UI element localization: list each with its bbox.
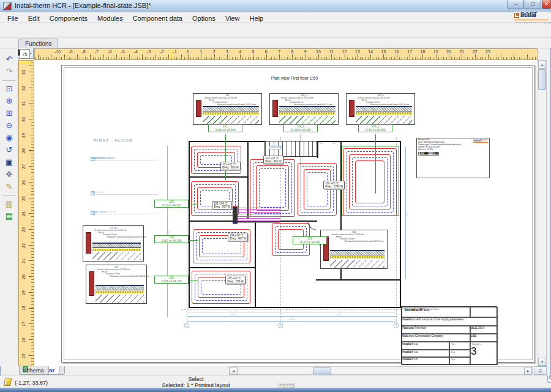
area-label-106[interactable]: 10616,27 m² VA 200 — [293, 236, 327, 244]
zoom-out-button[interactable]: ⊖ — [2, 120, 16, 131]
room-callout-101[interactable]: 101 +20 °CΦreq.: 800 W — [220, 162, 241, 170]
instalsoft-logo-small: instalSOFT — [473, 139, 488, 143]
ruler-number: 27 — [21, 164, 26, 169]
scroll-down-icon[interactable]: ▼ — [538, 358, 546, 366]
area-label-101[interactable]: 10112,80 m² VA 150 — [208, 124, 242, 132]
brand-bold: instal — [473, 139, 481, 142]
construction-detail-102-b[interactable]: 102_bScreed: cement screed var. 35 (70) … — [346, 93, 415, 125]
zoom-dynamic-button[interactable]: ⊞ — [2, 108, 16, 119]
minimize-button[interactable]: – — [508, 0, 524, 9]
title-bar[interactable]: Instal-therm HCR - [Example-final-state.… — [0, 0, 551, 12]
vertical-scrollbar[interactable]: ▲ ▼ — [538, 60, 547, 366]
ruler-number: 18 — [420, 50, 425, 54]
ruler-number: 16 — [21, 337, 26, 342]
ruler-number: 8 — [291, 50, 293, 54]
zoom-in-button[interactable]: ⊕ — [2, 96, 16, 107]
zoom-previous-button[interactable]: ↺ — [2, 145, 16, 156]
manifold-table[interactable]: Manifold 100Type: Manifold with flowmete… — [416, 138, 490, 178]
date-value: 18.11.2014 — [471, 326, 484, 330]
dimension-label: 6,78 — [230, 309, 236, 312]
scroll-right-icon[interactable]: ► — [524, 367, 532, 375]
label-leader-line — [225, 134, 226, 180]
drawing-canvas[interactable]: Plan view First floor 1:5010x17,5/281011… — [34, 60, 538, 366]
zoom-window-button[interactable]: ⊡ — [2, 83, 16, 94]
horizontal-scroll-thumb[interactable] — [313, 367, 331, 374]
area-label-105[interactable]: 10510,68 m² VA 150 — [154, 276, 189, 284]
full-screen-button[interactable]: ▣ — [2, 157, 16, 168]
scroll-left-icon[interactable]: ◄ — [230, 367, 238, 375]
layer-insulation — [92, 249, 141, 251]
redo-button[interactable]: ↷ — [2, 66, 16, 77]
dimension-label: 7,70 — [335, 309, 342, 312]
layer-labels: Screed: cement screed var. 35 (70) mmPE-… — [94, 230, 141, 241]
ruler-number: 21 — [459, 50, 464, 54]
layer-tab-bar: Heating✗SanFH loops drawingsConstruction… — [277, 375, 547, 383]
horizontal-ruler[interactable]: -10-9-8-7-6-5-4-3-2-10123456789101112131… — [34, 48, 538, 60]
ruler-number: -4 — [134, 50, 138, 54]
layer-labels: Screed: cement screed var. 35 (70) mmPE-… — [97, 269, 144, 280]
ruler-number: -2 — [160, 50, 163, 54]
catalog-button[interactable]: ▤ — [2, 211, 16, 222]
room-callout-102[interactable]: 102 +16 °CΦreq.: 841 W — [263, 156, 283, 164]
wall-segment — [255, 221, 256, 308]
layer-screed — [330, 251, 384, 255]
area-label-value: 14,15 m² VA 250 — [284, 129, 317, 132]
layer-labels: Screed: cement screed var. 35 (70) mmPE-… — [332, 234, 384, 245]
redline-pen-button[interactable]: ✎ — [2, 181, 16, 192]
ruler-number: 19 — [21, 290, 26, 295]
ruler-number: 13 — [355, 50, 360, 54]
scale-value: 1:50 — [471, 334, 476, 337]
split-pane-button[interactable]: ◱ — [534, 366, 547, 375]
construction-detail-103-104[interactable]: 103,104Screed: cement screed var. 35 (70… — [83, 225, 144, 262]
ruler-number: 30 — [21, 117, 26, 122]
zoom-extents-button[interactable]: ◉ — [2, 132, 16, 143]
ruler-number: 12 — [342, 50, 347, 54]
label-leader-line — [189, 240, 198, 241]
ruler-number: 7 — [278, 50, 280, 54]
note-line: PE-foil — [91, 211, 158, 214]
window-title: Instal-therm HCR - [Example-final-state.… — [15, 2, 151, 9]
area-label-104[interactable]: 10410,87 m² VA 300 — [154, 235, 189, 243]
area-label-102-b[interactable]: 102_b17,53 m² VA 250 — [358, 124, 392, 132]
prepared-cell: PreparedInstalsoft s.c. — [402, 350, 449, 358]
vertical-ruler[interactable]: 3332313029282726252423222120191817161514 — [18, 60, 34, 366]
area-label-102-a[interactable]: 102_a14,15 m² VA 250 — [283, 124, 318, 132]
instalsoft-logo-icon — [514, 13, 519, 18]
tab-functions[interactable]: Functions — [18, 39, 58, 48]
drawing-title: Plan view First floor — [402, 326, 426, 330]
title-block[interactable]: Instalsoft s.c.St. Zjednoczenia 2 41-500… — [401, 306, 497, 364]
horizontal-scrollbar[interactable]: ◄ ► — [229, 366, 533, 375]
undo-button[interactable]: ↶ — [2, 54, 16, 65]
ruler-number: -10 — [54, 50, 61, 54]
construction-detail-105[interactable]: 105Screed: cement screed var. 35 (70) mm… — [86, 265, 147, 304]
maximize-button[interactable]: ▢ — [525, 0, 541, 9]
zoom-level-box[interactable]: 75 — [20, 49, 30, 59]
manifold-pipes[interactable] — [238, 207, 280, 223]
drawing-number-cell: Drawing no3 — [470, 342, 498, 365]
room-callout-105[interactable]: 105 +20 °CΦreq.: 708 W — [225, 276, 246, 284]
ruler-number: 24 — [21, 211, 26, 216]
construction-detail-101[interactable]: 101Screed: cement screed var. 35 (70) mm… — [193, 93, 262, 125]
construction-grid-line — [181, 309, 402, 310]
room-callout-106[interactable]: 106 +20 °CΦreq.: 1742 W — [323, 181, 345, 189]
floor-tab-schema[interactable]: SSchema — [19, 366, 49, 375]
column-list-button[interactable]: ▥ — [2, 198, 16, 209]
layer-hatch — [92, 252, 141, 260]
ruler-number: -1 — [173, 50, 177, 54]
pan-button[interactable]: ✥ — [2, 169, 16, 180]
wall-section — [349, 100, 354, 117]
close-button[interactable]: ✕ — [542, 0, 551, 9]
construction-detail-106[interactable]: 106Screed: cement screed var. 35 (70) mm… — [320, 230, 388, 269]
status-message: Select Selected: 1 * Printout layout — [104, 376, 288, 388]
wall-section — [86, 232, 91, 254]
dimension-label: 130 — [332, 142, 335, 145]
vertical-scroll-thumb[interactable] — [538, 69, 546, 90]
application-window: Instal-therm HCR - [Example-final-state.… — [0, 0, 551, 392]
room-callout-103[interactable]: 103 +24 °CΦreq.: 997 W — [212, 201, 232, 209]
construction-detail-102-a[interactable]: 102_aScreed: cement screed var. 35 (70) … — [269, 93, 339, 125]
room-callout-104[interactable]: 104 +20 °CΦreq.: 487 W — [228, 233, 248, 241]
floor-heading: FIRST - FLOOR — [94, 138, 133, 143]
area-label-103[interactable]: 1038,10 m² VA 100 — [154, 200, 189, 208]
scroll-up-icon[interactable]: ▲ — [538, 61, 546, 69]
ruler-number: 10 — [316, 50, 321, 54]
